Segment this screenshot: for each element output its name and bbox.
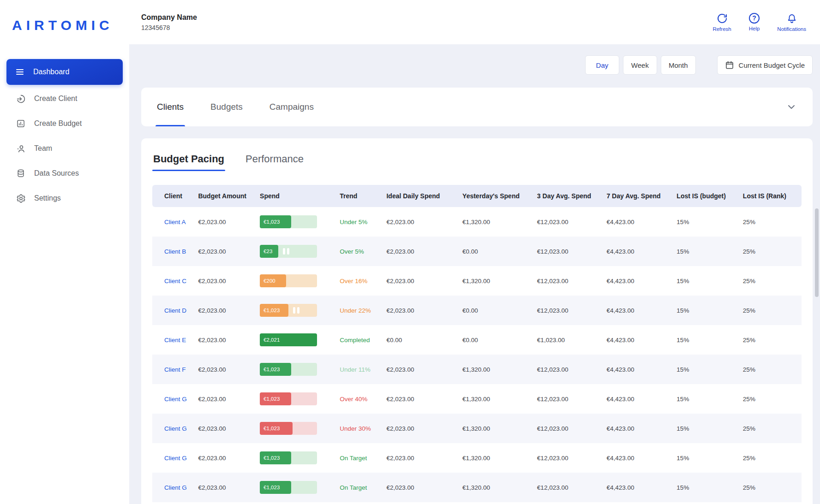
pacing-table-body: Client A €2,023.00 €1,023 Under 5% €2,02… — [152, 207, 802, 502]
col-lost-is-budget: Lost IS (budget) — [673, 185, 739, 207]
yesterdays-spend-cell: €1,320.00 — [459, 266, 533, 296]
spend-value: €1,023 — [263, 455, 280, 461]
tab-campaigns[interactable]: Campaigns — [269, 88, 314, 126]
ideal-daily-spend-cell: €2,023.00 — [383, 473, 459, 502]
sidebar-item-team[interactable]: Team — [7, 136, 122, 160]
tab-budget-pacing[interactable]: Budget Pacing — [153, 153, 224, 171]
yesterdays-spend-cell: €1,320.00 — [459, 355, 533, 384]
vertical-scrollbar[interactable] — [815, 208, 819, 297]
entity-tabs-card: Clients Budgets Campaigns — [141, 88, 813, 126]
topbar: Company Name 12345678 Refresh ? Help Not… — [129, 0, 820, 44]
trend-label: Under 5% — [340, 219, 367, 225]
company-id: 12345678 — [141, 24, 197, 31]
7-day-avg-cell: €4,423.00 — [603, 443, 673, 473]
spend-value: €2,021 — [263, 337, 280, 343]
client-link[interactable]: Client G — [164, 396, 187, 403]
3-day-avg-cell: €12,023.00 — [533, 355, 603, 384]
budget-amount-cell: €2,023.00 — [194, 414, 256, 443]
trend-label: Under 30% — [340, 425, 371, 432]
client-link[interactable]: Client G — [164, 455, 187, 462]
yesterdays-spend-cell: €1,320.00 — [459, 443, 533, 473]
current-budget-cycle-button[interactable]: Current Budget Cycle — [717, 55, 813, 75]
trend-label: On Target — [340, 484, 367, 491]
notifications-button[interactable]: Notifications — [777, 13, 806, 32]
lost-is-rank-cell: 25% — [739, 355, 802, 384]
col-lost-is-rank: Lost IS (Rank) — [739, 185, 802, 207]
col-trend: Trend — [336, 185, 383, 207]
lost-is-rank-cell: 25% — [739, 207, 802, 237]
period-button-day[interactable]: Day — [585, 55, 619, 75]
sidebar-item-data-sources[interactable]: Data Sources — [7, 161, 122, 185]
client-link[interactable]: Client F — [164, 366, 186, 373]
spend-progress-bar: €23 — [260, 245, 317, 258]
spend-progress-bar: €1,023 — [260, 363, 317, 376]
spend-progress-bar: €1,023 — [260, 304, 317, 317]
3-day-avg-cell: €12,023.00 — [533, 207, 603, 237]
sidebar-item-create-budget[interactable]: Create Budget — [7, 112, 122, 136]
3-day-avg-cell: €12,023.00 — [533, 237, 603, 266]
refresh-button[interactable]: Refresh — [712, 13, 731, 32]
tab-clients[interactable]: Clients — [157, 88, 184, 126]
company-name: Company Name — [141, 13, 197, 22]
client-link[interactable]: Client D — [164, 307, 186, 314]
sidebar-nav: Dashboard Create Client Create Budget Te… — [0, 59, 129, 210]
3-day-avg-cell: €12,023.00 — [533, 443, 603, 473]
lost-is-budget-cell: 15% — [673, 237, 739, 266]
current-budget-cycle-label: Current Budget Cycle — [739, 61, 805, 69]
pause-icon — [283, 248, 289, 255]
budget-amount-cell: €2,023.00 — [194, 296, 256, 325]
refresh-icon — [717, 13, 728, 24]
spend-progress-bar: €2,021 — [260, 333, 317, 346]
yesterdays-spend-cell: €1,320.00 — [459, 473, 533, 502]
client-link[interactable]: Client C — [164, 278, 186, 285]
period-button-month[interactable]: Month — [661, 55, 696, 75]
client-link[interactable]: Client G — [164, 484, 187, 491]
app-logo: AIRTOMIC — [0, 0, 129, 33]
spend-progress-bar: €1,023 — [260, 215, 317, 228]
sidebar-item-settings[interactable]: Settings — [7, 186, 122, 210]
tab-budgets[interactable]: Budgets — [210, 88, 243, 126]
ideal-daily-spend-cell: €2,023.00 — [383, 207, 459, 237]
col-budget-amount: Budget Amount — [194, 185, 256, 207]
budget-amount-cell: €2,023.00 — [194, 384, 256, 414]
trend-label: Under 11% — [340, 366, 371, 373]
notifications-label: Notifications — [777, 26, 806, 32]
create-budget-icon — [16, 119, 26, 129]
pause-icon — [293, 307, 299, 314]
ideal-daily-spend-cell: €2,023.00 — [383, 443, 459, 473]
sidebar-item-create-client[interactable]: Create Client — [7, 87, 122, 111]
sidebar-item-dashboard[interactable]: Dashboard — [6, 59, 123, 85]
collapse-panel-button[interactable] — [786, 101, 797, 113]
topbar-actions: Refresh ? Help Notifications — [712, 13, 806, 32]
help-button[interactable]: ? Help — [749, 13, 760, 32]
spend-progress-bar: €200 — [260, 274, 317, 287]
lost-is-rank-cell: 25% — [739, 384, 802, 414]
yesterdays-spend-cell: €1,320.00 — [459, 207, 533, 237]
create-client-icon — [16, 94, 26, 104]
tab-performance[interactable]: Performance — [245, 153, 304, 171]
7-day-avg-cell: €4,423.00 — [603, 384, 673, 414]
7-day-avg-cell: €4,423.00 — [603, 237, 673, 266]
sidebar: AIRTOMIC Dashboard Create Client Create … — [0, 0, 129, 504]
period-button-week[interactable]: Week — [623, 55, 657, 75]
client-link[interactable]: Client E — [164, 337, 186, 344]
yesterdays-spend-cell: €1,320.00 — [459, 384, 533, 414]
client-link[interactable]: Client A — [164, 219, 186, 225]
spend-bar-fill: €1,023 — [260, 363, 291, 376]
lost-is-budget-cell: 15% — [673, 443, 739, 473]
budget-amount-cell: €2,023.00 — [194, 266, 256, 296]
col-client: Client — [152, 185, 194, 207]
spend-value: €23 — [263, 249, 272, 254]
3-day-avg-cell: €12,023.00 — [533, 384, 603, 414]
sidebar-item-label: Data Sources — [34, 169, 79, 178]
budget-amount-cell: €2,023.00 — [194, 237, 256, 266]
trend-label: On Target — [340, 455, 367, 462]
yesterdays-spend-cell: €1,320.00 — [459, 414, 533, 443]
ideal-daily-spend-cell: €2,023.00 — [383, 266, 459, 296]
client-link[interactable]: Client G — [164, 425, 187, 432]
sidebar-item-label: Settings — [34, 194, 61, 202]
bell-icon — [786, 13, 797, 24]
lost-is-rank-cell: 25% — [739, 443, 802, 473]
client-link[interactable]: Client B — [164, 248, 186, 255]
spend-bar-fill: €1,023 — [260, 392, 291, 405]
